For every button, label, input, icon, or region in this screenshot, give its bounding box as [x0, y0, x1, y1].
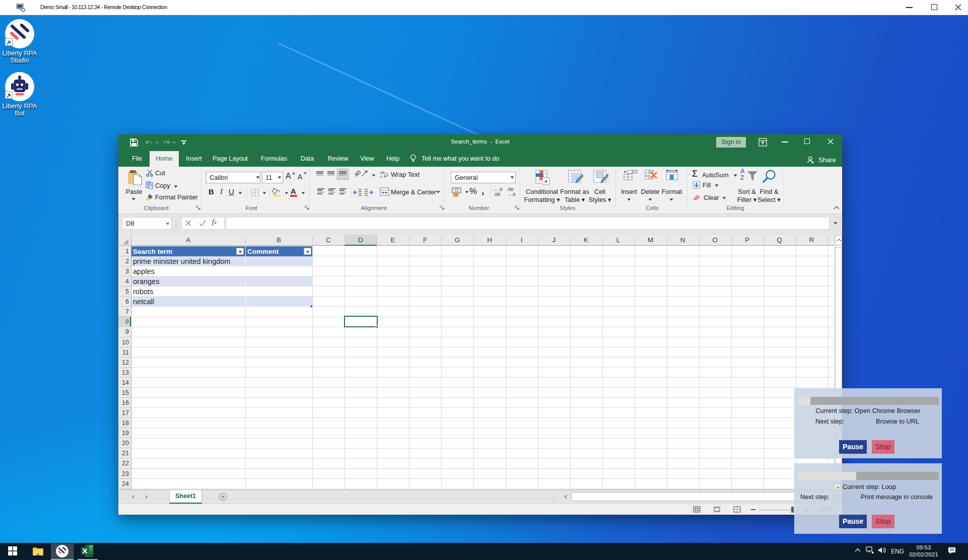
svg-text:≠: ≠ — [544, 178, 547, 184]
svg-text:c: c — [380, 174, 382, 179]
